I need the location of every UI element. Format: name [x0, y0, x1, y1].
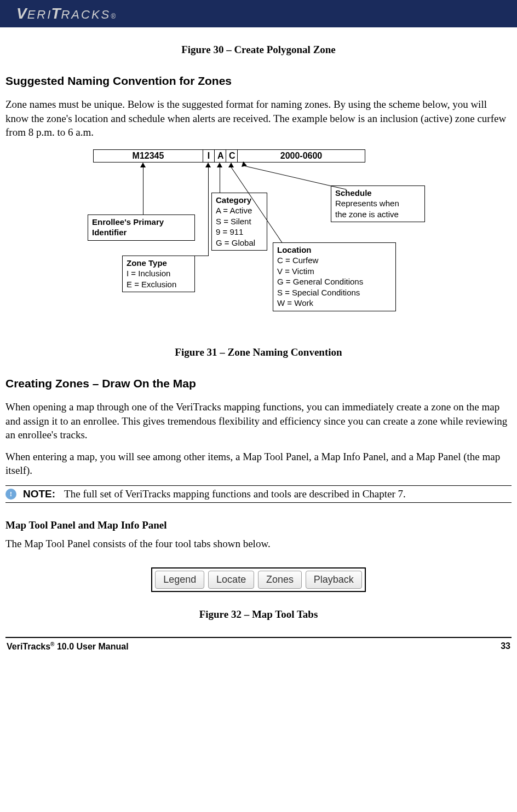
callout-schedule: Schedule Represents when the zone is act…	[331, 185, 425, 223]
zone-naming-diagram: M12345 I A C 2000-0600 Enrollee's Primar…	[5, 149, 512, 330]
creating-p2: When entering a map, you will see among …	[5, 450, 512, 478]
tab-locate[interactable]: Locate	[208, 571, 254, 589]
map-tool-tabs-figure: Legend Locate Zones Playback	[5, 567, 512, 592]
figure-31-caption: Figure 31 – Zone Naming Convention	[5, 346, 512, 358]
note-block: ! NOTE: The full set of VeriTracks mappi…	[5, 485, 512, 503]
note-label: NOTE:	[23, 488, 55, 500]
brand-logo: VERITRACKS®	[16, 5, 117, 22]
app-header: VERITRACKS®	[0, 0, 517, 27]
cell-zone-type: I	[203, 149, 214, 163]
section-naming-heading: Suggested Naming Convention for Zones	[5, 74, 512, 88]
tab-legend[interactable]: Legend	[155, 571, 204, 589]
note-text: The full set of VeriTracks mapping funct…	[64, 488, 406, 500]
cell-schedule: 2000-0600	[237, 149, 365, 163]
cell-enrollee-id: M12345	[93, 149, 203, 163]
subsection-heading: Map Tool Panel and Map Info Panel	[5, 519, 512, 531]
section-creating-heading: Creating Zones – Draw On the Map	[5, 377, 512, 390]
subsection-para: The Map Tool Panel consists of the four …	[5, 537, 512, 551]
callout-enrollee: Enrollee's Primary Identifier	[88, 214, 195, 241]
cell-location: C	[226, 149, 237, 163]
callout-zone-type: Zone Type I = Inclusion E = Exclusion	[122, 256, 195, 293]
cell-category: A	[214, 149, 226, 163]
creating-p1: When opening a map through one of the Ve…	[5, 400, 512, 442]
footer-page-number: 33	[501, 641, 510, 652]
naming-paragraph: Zone names must be unique. Below is the …	[5, 97, 512, 140]
callout-location: Location C = Curfew V = Victim G = Gener…	[273, 242, 396, 311]
info-icon: !	[5, 489, 16, 500]
page-footer: VeriTracks® 10.0 User Manual 33	[5, 637, 512, 652]
tab-zones[interactable]: Zones	[258, 571, 302, 589]
callout-category: Category A = Active S = Silent 9 = 911 G…	[211, 193, 267, 251]
tab-playback[interactable]: Playback	[306, 571, 362, 589]
figure-30-caption: Figure 30 – Create Polygonal Zone	[5, 44, 512, 56]
figure-32-caption: Figure 32 – Map Tool Tabs	[5, 608, 512, 620]
footer-left: VeriTracks® 10.0 User Manual	[7, 641, 129, 652]
